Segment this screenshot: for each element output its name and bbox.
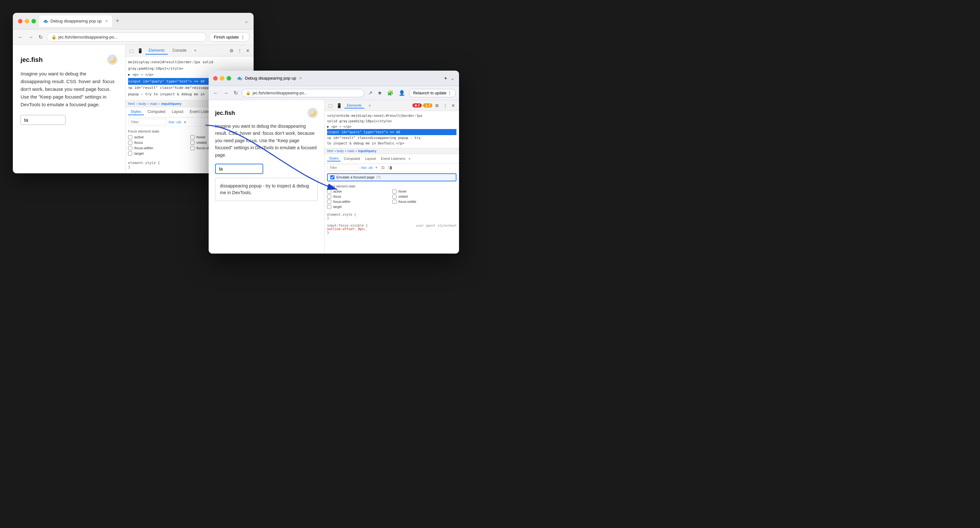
- bc-body-1[interactable]: body: [138, 102, 146, 106]
- reload-button-2[interactable]: ↻: [232, 89, 239, 97]
- bc-input-1[interactable]: input#query: [161, 102, 182, 106]
- close-button-2[interactable]: [213, 76, 218, 81]
- bc-main-2[interactable]: main: [347, 149, 355, 153]
- cb-target-1[interactable]: :target: [128, 151, 189, 156]
- cb-focus-visible-2[interactable]: :focus-visible: [392, 200, 457, 204]
- color-icon-2[interactable]: ◨: [387, 165, 393, 170]
- cb-active-2[interactable]: :active: [327, 189, 391, 194]
- styles-tab-1[interactable]: Styles: [128, 109, 144, 115]
- cb-hover-2[interactable]: :hover: [392, 189, 457, 194]
- more-style-tabs-2[interactable]: »: [409, 157, 410, 161]
- query-input-1[interactable]: [21, 115, 65, 125]
- reload-button-1[interactable]: ↻: [37, 33, 44, 41]
- element-style-close-2: }: [327, 216, 329, 220]
- settings-icon-2[interactable]: ⚙: [434, 102, 441, 109]
- close-devtools-2[interactable]: ✕: [450, 102, 457, 109]
- maximize-button-2[interactable]: [227, 76, 231, 81]
- back-button-1[interactable]: ←: [17, 33, 24, 41]
- new-tab-button-1[interactable]: +: [113, 16, 122, 26]
- minimize-button-2[interactable]: [220, 76, 224, 81]
- forward-button-1[interactable]: →: [27, 33, 35, 41]
- code-line-2-4[interactable]: <input id="query" type="text"> == $0: [327, 129, 457, 135]
- device-icon-1[interactable]: 📱: [136, 48, 144, 54]
- cb-focus-within-1[interactable]: :focus-within: [128, 146, 189, 150]
- bc-input-2[interactable]: input#query: [358, 149, 376, 153]
- cls-badge-1[interactable]: .cls: [176, 120, 181, 124]
- emulate-focused-label: Emulate a focused page: [336, 175, 375, 179]
- dark-mode-toggle-2[interactable]: 🌙: [307, 108, 318, 118]
- add-style-2[interactable]: +: [374, 165, 379, 170]
- lock-icon-2: 🔒: [246, 91, 251, 95]
- share-icon-2[interactable]: ↗: [367, 89, 374, 97]
- chevron-down-icon-1[interactable]: ⌄: [244, 18, 248, 24]
- styles-tab-2[interactable]: Styles: [327, 156, 340, 161]
- title-bar-1: 🐟 Debug disappearing pop up ✕ + ⌄: [13, 13, 254, 30]
- more-tabs-1[interactable]: »: [191, 47, 200, 54]
- inspect-icon-2[interactable]: ⬚: [327, 102, 334, 109]
- settings-icon-1[interactable]: ⚙: [228, 48, 235, 54]
- bc-html-1[interactable]: html: [128, 102, 135, 106]
- force-element-title-2: Force element state: [327, 184, 457, 188]
- address-bar-2[interactable]: 🔒 jec.fish/demo/disappearing-po...: [242, 89, 364, 97]
- traffic-lights-1: [18, 19, 36, 24]
- tab-close-2[interactable]: ✕: [299, 76, 302, 81]
- new-tab-button-2[interactable]: +: [444, 75, 447, 81]
- more-options-2[interactable]: ⋮: [442, 102, 449, 109]
- back-button-2[interactable]: ←: [212, 89, 220, 97]
- cb-target-2[interactable]: :target: [327, 205, 391, 209]
- close-button-1[interactable]: [18, 19, 22, 24]
- chevron-down-icon-2[interactable]: ⌄: [450, 75, 455, 81]
- maximize-button-1[interactable]: [32, 19, 36, 24]
- finish-update-button[interactable]: Finish update ⋮: [209, 32, 250, 42]
- hov-badge-1[interactable]: .hov: [168, 120, 175, 124]
- close-devtools-1[interactable]: ✕: [245, 48, 251, 54]
- more-tabs-2[interactable]: »: [366, 102, 374, 109]
- computed-tab-2[interactable]: Computed: [342, 156, 362, 161]
- page-content-2: jec.fish 🌙 Imagine you want to debug the…: [208, 100, 459, 254]
- dark-mode-toggle-1[interactable]: 🌙: [107, 54, 118, 65]
- layout-tab-1[interactable]: Layout: [169, 109, 186, 115]
- layout-tab-2[interactable]: Layout: [363, 156, 378, 161]
- cb-active-1[interactable]: :active: [128, 135, 189, 139]
- more-options-1[interactable]: ⋮: [236, 48, 243, 54]
- console-tab-1[interactable]: Console: [169, 47, 190, 54]
- user-agent-label: user agent stylesheet: [416, 224, 457, 227]
- elements-tab-1[interactable]: Elements: [145, 47, 168, 54]
- active-tab-1[interactable]: 🐟 Debug disappearing pop up ✕: [39, 16, 112, 27]
- bc-body-2[interactable]: body: [337, 149, 344, 153]
- device-icon-2[interactable]: 📱: [335, 102, 343, 109]
- main-page-2: jec.fish 🌙 Imagine you want to debug the…: [208, 100, 324, 254]
- cb-focus-1[interactable]: :focus: [128, 141, 189, 145]
- tab-label-1: Debug disappearing pop up: [50, 19, 102, 24]
- help-icon[interactable]: (?): [377, 175, 381, 179]
- cb-focus-2[interactable]: :focus: [327, 194, 391, 199]
- bookmark-icon-2[interactable]: ★: [376, 89, 383, 97]
- computed-icon-2[interactable]: ⊡: [380, 165, 386, 170]
- hov-badge-2[interactable]: .hov: [361, 166, 367, 170]
- cb-focus-within-2[interactable]: :focus-within: [327, 200, 391, 204]
- inspect-icon-1[interactable]: ⬚: [128, 48, 135, 54]
- forward-button-2[interactable]: →: [222, 89, 230, 97]
- filter-input-2[interactable]: [327, 165, 359, 171]
- event-listeners-tab-2[interactable]: Event Listeners: [379, 156, 407, 161]
- bc-main-1[interactable]: main: [150, 102, 158, 106]
- tab-close-1[interactable]: ✕: [105, 19, 108, 24]
- bc-html-2[interactable]: html: [327, 149, 333, 153]
- user-agent-style: user agent stylesheet input:focus-visibl…: [325, 222, 459, 236]
- elements-tab-2[interactable]: Elements: [344, 103, 364, 108]
- computed-tab-1[interactable]: Computed: [145, 109, 168, 115]
- extensions-icon-2[interactable]: 🧩: [386, 89, 395, 97]
- relaunch-update-button[interactable]: Relaunch to update ⋮: [409, 89, 456, 97]
- cls-badge-2[interactable]: .cls: [368, 166, 373, 170]
- profile-icon-2[interactable]: 👤: [398, 89, 406, 97]
- cb-visited-2[interactable]: :visited: [392, 194, 457, 199]
- add-style-1[interactable]: +: [182, 119, 188, 125]
- filter-input-1[interactable]: [128, 119, 167, 125]
- css-close: }: [327, 231, 329, 234]
- code-line-1-1: me{display:none}#result{border:1px solid: [128, 59, 251, 65]
- main-page-1: jec.fish 🌙 Imagine you want to debug the…: [13, 45, 125, 173]
- address-bar-1[interactable]: 🔒 jec.fish/demo/disappearing-po...: [46, 32, 207, 42]
- minimize-button-1[interactable]: [25, 19, 29, 24]
- query-input-2[interactable]: [215, 164, 263, 174]
- emulate-focused-checkbox[interactable]: [330, 175, 334, 180]
